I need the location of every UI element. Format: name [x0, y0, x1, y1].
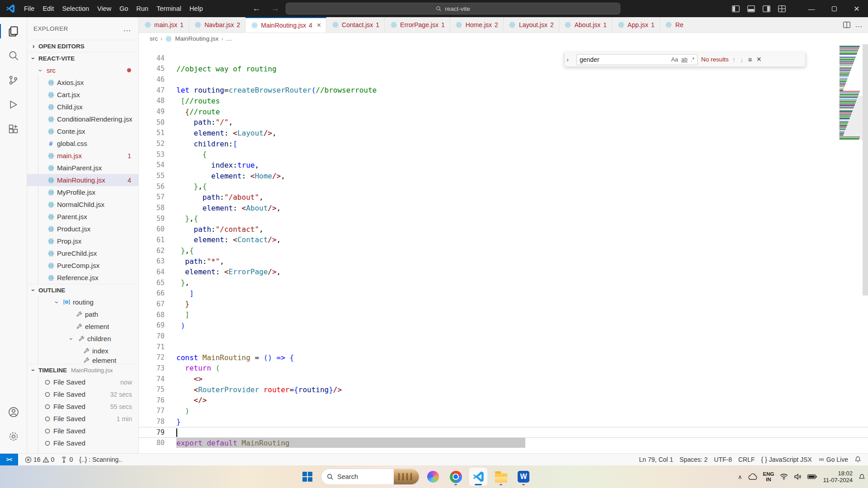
match-case-icon[interactable]: Aa	[671, 56, 678, 63]
eol-sequence[interactable]: CRLF	[735, 456, 758, 463]
outline-item-routing[interactable]: ›routing	[27, 296, 138, 308]
code-line-78[interactable]: 78}	[139, 416, 868, 427]
timeline-section[interactable]: › TIMELINE MainRouting.jsx	[27, 364, 138, 376]
explorer-icon[interactable]	[3, 21, 24, 42]
outline-item-element[interactable]: element	[27, 357, 138, 364]
file-item-PureComp.jsx[interactable]: PureComp.jsx	[27, 259, 138, 272]
menu-item-help[interactable]: Help	[185, 3, 207, 14]
breadcrumb-file[interactable]: MainRouting.jsx	[175, 35, 218, 42]
file-item-Cart.jsx[interactable]: Cart.jsx	[27, 89, 138, 101]
file-explorer-app-icon[interactable]	[492, 468, 510, 486]
toggle-primary-sidebar-icon[interactable]	[730, 3, 741, 14]
chrome-app-icon[interactable]	[447, 468, 465, 486]
settings-icon[interactable]	[3, 426, 24, 447]
file-item-NormalChild.jsx[interactable]: NormalChild.jsx	[27, 198, 138, 211]
code-line-55[interactable]: 55 element: <Home/>,	[139, 170, 868, 181]
code-line-79[interactable]: 79	[139, 427, 868, 438]
code-line-61[interactable]: 61 element: <Contact/>,	[139, 235, 868, 245]
tab-Navbar.jsx[interactable]: Navbar.jsx2	[189, 17, 245, 33]
ports-status[interactable]: 0	[57, 456, 76, 463]
file-item-ConditionalRendering.jsx[interactable]: ConditionalRendering.jsx	[27, 113, 138, 125]
code-line-68[interactable]: 68 ]	[139, 310, 868, 320]
tab-Home.jsx[interactable]: Home.jsx2	[450, 17, 504, 33]
source-control-icon[interactable]	[3, 70, 24, 90]
outline-item-path[interactable]: path	[27, 308, 138, 320]
horizontal-scrollbar[interactable]	[176, 438, 525, 448]
toggle-secondary-sidebar-icon[interactable]	[760, 3, 772, 14]
outline-item-index[interactable]: index	[27, 345, 138, 357]
command-center-search[interactable]: react-vite	[286, 3, 620, 14]
find-previous-icon[interactable]: ↑	[732, 56, 736, 63]
tab-Contact.jsx[interactable]: Contact.jsx1	[326, 17, 385, 33]
menu-item-selection[interactable]: Selection	[58, 3, 93, 14]
outline-section[interactable]: › OUTLINE	[27, 284, 138, 296]
split-editor-icon[interactable]	[843, 22, 850, 28]
outline-item-element[interactable]: element	[27, 320, 138, 333]
timeline-entry[interactable]: File Savednow	[27, 376, 138, 388]
code-line-48[interactable]: 48 [//routes	[139, 96, 868, 107]
menu-item-view[interactable]: View	[93, 3, 115, 14]
breadcrumb-src[interactable]: src	[150, 35, 158, 42]
vertical-scrollbar[interactable]	[863, 44, 868, 296]
more-actions-icon[interactable]: …	[855, 20, 863, 29]
code-line-63[interactable]: 63 path:"*",	[139, 256, 868, 267]
code-editor[interactable]: 4445//object way of routing4647let routi…	[139, 44, 868, 453]
language-indicator[interactable]: ENGIN	[763, 471, 774, 482]
menu-item-go[interactable]: Go	[115, 3, 132, 14]
tab-MainRouting.jsx[interactable]: MainRouting.jsx4×	[245, 17, 326, 33]
file-item-Conte.jsx[interactable]: Conte.jsx	[27, 125, 138, 137]
file-item-Reference.jsx[interactable]: Reference.jsx	[27, 272, 138, 284]
code-line-73[interactable]: 73 return (	[139, 363, 868, 374]
onedrive-cloud-icon[interactable]	[748, 474, 757, 480]
folder-src[interactable]: › src	[27, 64, 138, 76]
code-line-65[interactable]: 65 },	[139, 277, 868, 288]
timeline-entry[interactable]: File Saved	[27, 425, 138, 437]
run-debug-icon[interactable]	[3, 94, 24, 115]
breadcrumb[interactable]: src › MainRouting.jsx › …	[139, 33, 868, 44]
tab-ErrorPage.jsx[interactable]: ErrorPage.jsx1	[385, 17, 450, 33]
project-section[interactable]: › REACT-VITE	[27, 52, 138, 64]
code-line-76[interactable]: 76 </>	[139, 395, 868, 406]
vscode-app-icon[interactable]	[469, 468, 487, 486]
file-item-MainRouting.jsx[interactable]: MainRouting.jsx4	[27, 174, 138, 186]
encoding[interactable]: UTF-8	[711, 456, 735, 463]
minimize-button[interactable]: —	[800, 0, 823, 17]
open-editors-section[interactable]: › OPEN EDITORS	[27, 40, 138, 52]
explorer-actions-icon[interactable]: …	[123, 24, 132, 33]
code-line-56[interactable]: 56 },{	[139, 181, 868, 192]
close-button[interactable]: ×	[845, 0, 868, 17]
start-button[interactable]	[298, 468, 316, 486]
timeline-entry[interactable]: File Saved55 secs	[27, 400, 138, 413]
code-line-64[interactable]: 64 element: <ErrorPage/>,	[139, 267, 868, 277]
find-in-selection-icon[interactable]: ≡	[748, 56, 752, 63]
code-line-53[interactable]: 53 {	[139, 149, 868, 160]
battery-icon[interactable]	[807, 474, 817, 479]
menu-item-edit[interactable]: Edit	[38, 3, 58, 14]
file-item-Prop.jsx[interactable]: Prop.jsx	[27, 235, 138, 247]
menu-item-file[interactable]: File	[20, 3, 38, 14]
menu-item-run[interactable]: Run	[132, 3, 153, 14]
file-item-Child.jsx[interactable]: Child.jsx	[27, 101, 138, 113]
tray-expand-chevron[interactable]: ∧	[738, 474, 742, 480]
problems-status[interactable]: 16 0	[22, 456, 57, 463]
word-app-icon[interactable]: W	[514, 468, 533, 486]
outline-item-children[interactable]: ›children	[27, 333, 138, 345]
code-line-62[interactable]: 62 },{	[139, 245, 868, 256]
code-line-75[interactable]: 75 <RouterProvider router={routing}/>	[139, 384, 868, 395]
tab-Layout.jsx[interactable]: Layout.jsx2	[504, 17, 559, 33]
find-next-icon[interactable]: ↓	[740, 56, 744, 63]
notifications-bell[interactable]	[851, 456, 864, 463]
nav-back-icon[interactable]: ←	[252, 4, 261, 14]
toggle-panel-icon[interactable]	[745, 3, 757, 14]
code-line-50[interactable]: 50 path:"/",	[139, 117, 868, 128]
code-line-69[interactable]: 69 )	[139, 320, 868, 331]
nav-forward-icon[interactable]: →	[271, 4, 279, 14]
taskbar-search[interactable]: Search	[321, 469, 420, 485]
code-line-47[interactable]: 47let routing=createBrowserRouter(//brow…	[139, 85, 868, 96]
go-live-button[interactable]: Go Live	[815, 456, 851, 463]
menu-item-terminal[interactable]: Terminal	[152, 3, 185, 14]
timeline-entry[interactable]: File Saved1 min	[27, 413, 138, 425]
minimap[interactable]	[839, 44, 863, 453]
timeline-entry[interactable]: File Saved	[27, 437, 138, 449]
copilot-app-icon[interactable]	[424, 468, 442, 486]
